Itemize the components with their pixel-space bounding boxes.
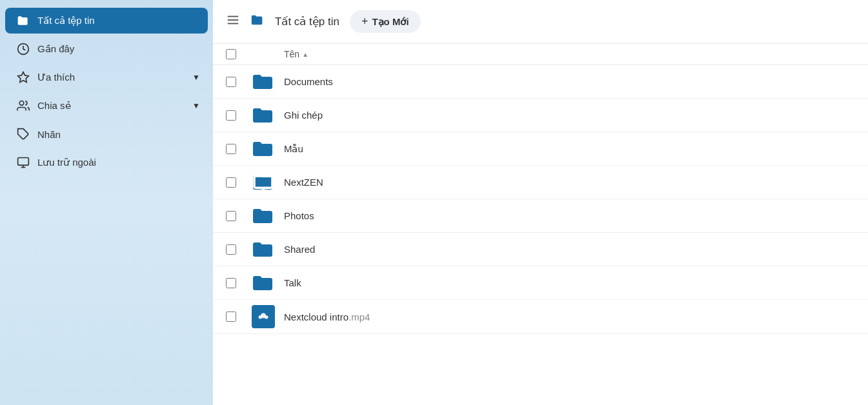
sidebar-item-label: Tất cả tệp tin: [37, 15, 95, 26]
row-checkbox[interactable]: [226, 278, 236, 288]
create-button-label: Tạo Mới: [372, 16, 409, 28]
header-folder-icon: [250, 13, 265, 30]
sidebar-item-labels[interactable]: Nhãn: [5, 121, 208, 147]
file-name: Ghi chép: [284, 110, 855, 121]
folder-icon: [252, 140, 275, 158]
sidebar-item-label: Ưa thích: [37, 72, 75, 83]
header: Tất cả tệp tin + Tạo Mới: [213, 0, 868, 44]
chevron-down-icon: ▼: [192, 73, 200, 82]
people-icon: [17, 99, 30, 112]
file-name: Photos: [284, 210, 855, 221]
svg-point-2: [19, 101, 24, 106]
row-checkbox[interactable]: [226, 110, 236, 121]
svg-rect-4: [18, 158, 29, 166]
main-content: Tất cả tệp tin + Tạo Mới Tên ▲: [213, 0, 868, 405]
table-row[interactable]: Ghi chép: [213, 99, 868, 132]
clock-icon: [17, 43, 30, 55]
row-checkbox[interactable]: [226, 177, 236, 188]
folder-icon: [252, 274, 275, 292]
table-row[interactable]: Nextcloud intro.mp4: [213, 300, 868, 334]
sidebar-item-external[interactable]: Lưu trữ ngoài: [5, 150, 208, 175]
folder-icon: [17, 14, 30, 27]
sidebar: Tất cả tệp tin Gần đây Ưa thích ▼: [0, 0, 213, 405]
plus-icon: +: [361, 15, 368, 28]
monitor-icon: [17, 156, 30, 169]
table-row[interactable]: Mẫu: [213, 132, 868, 166]
row-checkbox[interactable]: [226, 311, 236, 322]
page-title: Tất cả tệp tin: [275, 15, 339, 28]
toggle-sidebar-button[interactable]: [226, 13, 240, 30]
file-name: Nextcloud intro.mp4: [284, 311, 855, 322]
sidebar-item-label: Lưu trữ ngoài: [37, 157, 96, 168]
chevron-down-icon: ▼: [192, 101, 200, 110]
table-row[interactable]: Talk: [213, 266, 868, 300]
column-name-label[interactable]: Tên: [284, 49, 299, 59]
sidebar-item-all-files[interactable]: Tất cả tệp tin: [5, 8, 208, 34]
svg-point-15: [259, 315, 263, 319]
file-name: Shared: [284, 244, 855, 255]
folder-icon: [252, 207, 275, 225]
folder-special-icon: [252, 173, 275, 192]
tag-icon: [17, 128, 30, 141]
folder-icon: [252, 106, 275, 124]
svg-point-16: [265, 315, 268, 319]
row-checkbox[interactable]: [226, 77, 236, 87]
folder-icon: [252, 73, 275, 91]
sidebar-item-favorites[interactable]: Ưa thích ▼: [5, 64, 208, 90]
create-new-button[interactable]: + Tạo Mới: [350, 10, 421, 33]
table-header: Tên ▲: [213, 44, 868, 65]
sidebar-item-label: Nhãn: [37, 129, 61, 140]
table-row[interactable]: Photos: [213, 199, 868, 233]
select-all-checkbox[interactable]: [226, 49, 236, 59]
file-name: NextZEN: [284, 177, 855, 188]
sidebar-item-label: Chia sẻ: [37, 100, 71, 112]
sidebar-item-shared[interactable]: Chia sẻ ▼: [5, 93, 208, 119]
sidebar-item-label: Gần đây: [37, 43, 74, 55]
video-file-icon: [252, 305, 275, 328]
svg-rect-10: [254, 176, 272, 188]
sidebar-item-recent[interactable]: Gần đây: [5, 36, 208, 62]
file-table: Tên ▲ Documents: [213, 44, 868, 405]
folder-icon: [252, 241, 275, 259]
file-name: Mẫu: [284, 143, 855, 155]
table-row[interactable]: Documents: [213, 65, 868, 99]
row-checkbox[interactable]: [226, 144, 236, 154]
svg-marker-1: [18, 72, 29, 83]
table-row[interactable]: NextZEN: [213, 166, 868, 199]
file-name: Documents: [284, 76, 855, 87]
row-checkbox[interactable]: [226, 244, 236, 255]
row-checkbox[interactable]: [226, 211, 236, 221]
star-icon: [17, 71, 30, 84]
sort-ascending-icon: ▲: [302, 51, 308, 58]
table-row[interactable]: Shared: [213, 233, 868, 266]
file-name: Talk: [284, 277, 855, 288]
